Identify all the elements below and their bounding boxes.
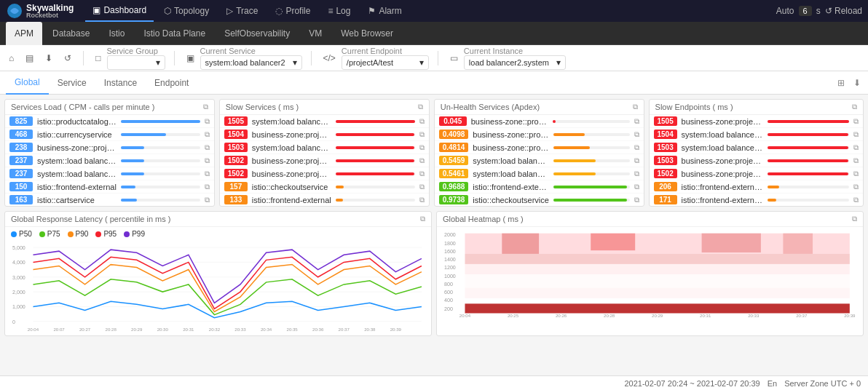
heatmap-area: 2000 1800 1600 1400 1200 1000 800 600 40…	[437, 227, 863, 322]
svg-text:20:33: 20:33	[234, 327, 246, 332]
unhealth-bar-5	[553, 186, 630, 188]
copy-icon-6[interactable]: ⧉	[205, 196, 210, 204]
slow-bar-3	[336, 159, 415, 162]
unhealth-copy-5[interactable]: ⧉	[634, 183, 639, 191]
reload-button[interactable]: ↺ Reload	[825, 6, 862, 16]
slow-services-row-2: 1503 system:load balancer2 ⧉	[220, 141, 429, 154]
slow-copy-4[interactable]: ⧉	[419, 170, 425, 178]
nav-trace[interactable]: ▷ Trace	[219, 0, 265, 22]
services-load-bar-4	[121, 172, 144, 175]
tab-endpoint[interactable]: Endpoint	[146, 71, 197, 95]
tab-instance[interactable]: Instance	[95, 71, 146, 95]
current-endpoint-select[interactable]: /projectA/test ▾	[342, 55, 429, 70]
ep-copy-1[interactable]: ⧉	[853, 130, 859, 139]
unhealth-copy-6[interactable]: ⧉	[634, 196, 639, 204]
unhealth-copy-2[interactable]: ⧉	[634, 143, 639, 152]
copy-icon-5[interactable]: ⧉	[205, 183, 210, 191]
download-config-icon[interactable]: ⬇	[852, 76, 862, 89]
lang-indicator[interactable]: En	[768, 379, 777, 388]
slow-endpoints-copy-icon[interactable]: ⧉	[852, 103, 857, 111]
svg-text:20:29: 20:29	[131, 327, 143, 332]
nav-log[interactable]: ≡ Log	[320, 0, 358, 22]
nav-vm[interactable]: VM	[300, 22, 331, 45]
ep-copy-0[interactable]: ⧉	[853, 117, 859, 126]
services-load-label-1: istio::currencyservice	[37, 130, 117, 139]
unhealth-bar-6	[553, 199, 630, 202]
unhealth-copy-1[interactable]: ⧉	[634, 130, 639, 139]
service-group-select[interactable]: ▾	[107, 55, 165, 70]
latency-chart-svg: 5,000 4,000 3,000 2,000 1,000 0	[11, 244, 425, 333]
slow-copy-2[interactable]: ⧉	[419, 143, 425, 152]
ep-copy-6[interactable]: ⧉	[853, 196, 859, 204]
slow-copy-3[interactable]: ⧉	[419, 156, 425, 165]
legend-label-p95: P95	[103, 230, 117, 238]
add-panel-icon[interactable]: ⊞	[836, 76, 846, 89]
trace-icon: ▷	[226, 6, 233, 16]
services-load-bar-6	[121, 199, 137, 202]
nav-apm[interactable]: APM	[6, 22, 42, 45]
nav-profile[interactable]: ◌ Profile	[268, 0, 317, 22]
ep-copy-5[interactable]: ⧉	[853, 183, 859, 191]
latency-copy-icon[interactable]: ⧉	[420, 215, 425, 223]
copy-icon-1[interactable]: ⧉	[205, 130, 210, 139]
tab-global[interactable]: Global	[6, 71, 49, 95]
unhealth-copy-3[interactable]: ⧉	[634, 156, 639, 165]
services-load-bar-container-4	[121, 172, 200, 175]
copy-icon-3[interactable]: ⧉	[205, 156, 210, 165]
slow-copy-6[interactable]: ⧉	[419, 196, 425, 204]
nav-database[interactable]: Database	[44, 22, 98, 45]
download-icon[interactable]: ⬇	[42, 50, 55, 66]
unhealth-copy-0[interactable]: ⧉	[634, 117, 639, 126]
copy-icon-2[interactable]: ⧉	[205, 143, 210, 152]
nav-topology[interactable]: ⬡ Topology	[157, 0, 216, 22]
refresh-icon[interactable]: ↺	[61, 50, 74, 66]
legend-p75: P75	[39, 230, 60, 238]
auto-value-badge[interactable]: 6	[799, 6, 812, 16]
seconds-label: s	[816, 6, 821, 16]
unhealth-label-2: business-zone::projectC	[473, 143, 549, 152]
toolbar-separator-2	[174, 51, 175, 65]
nav-self-observability[interactable]: SelfObservability	[216, 22, 299, 45]
svg-text:20:37: 20:37	[796, 314, 807, 318]
current-service-selector: ▣ Current Service system:load balancer2 …	[184, 47, 302, 70]
folder-icon[interactable]: ▤	[23, 50, 36, 66]
time-range: 2021-02-07 20:24 ~ 2021-02-07 20:39	[624, 379, 760, 388]
slow-copy-0[interactable]: ⧉	[419, 117, 425, 126]
unhealth-bar-3	[553, 159, 630, 162]
slow-ep-bar-2	[768, 146, 849, 149]
copy-icon-4[interactable]: ⧉	[205, 170, 210, 178]
services-load-badge-0: 825	[9, 116, 33, 126]
ep-copy-4[interactable]: ⧉	[853, 170, 859, 178]
ep-copy-2[interactable]: ⧉	[853, 143, 859, 152]
services-load-bar-container-1	[121, 133, 200, 136]
ep-copy-3[interactable]: ⧉	[853, 156, 859, 165]
services-load-row-3: 237 system::load balancer1 ⧉	[5, 154, 214, 167]
service-group-value	[112, 58, 153, 67]
slow-services-header: Slow Services ( ms ) ⧉	[220, 100, 429, 115]
services-load-bar-container-5	[121, 186, 200, 188]
nav-dashboard[interactable]: ▣ Dashboard	[85, 0, 154, 22]
slow-copy-5[interactable]: ⧉	[419, 183, 425, 191]
home-icon[interactable]: ⌂	[6, 50, 17, 66]
tab-service[interactable]: Service	[49, 71, 95, 95]
slow-services-copy-icon[interactable]: ⧉	[418, 103, 423, 111]
services-load-copy-icon[interactable]: ⧉	[203, 103, 208, 111]
slow-ep-label-2: system:load balancer2 - /projectA/test	[682, 143, 763, 152]
current-service-select[interactable]: system:load balancer2 ▾	[200, 55, 302, 70]
unhealth-copy-icon[interactable]: ⧉	[633, 103, 638, 111]
copy-icon-0[interactable]: ⧉	[205, 117, 210, 126]
nav-istio-data-plane[interactable]: Istio Data Plane	[135, 22, 214, 45]
unhealth-copy-4[interactable]: ⧉	[634, 170, 639, 178]
slow-services-badge-2: 1503	[224, 143, 248, 152]
nav-alarm[interactable]: ⚑ Alarm	[360, 0, 409, 22]
slow-endpoints-row-3: 1503 business-zone:projectA - /projectA/…	[650, 154, 863, 167]
nav-istio[interactable]: Istio	[100, 22, 133, 45]
slow-services-row-4: 1502 business-zone:projectB ⧉	[220, 167, 429, 180]
svg-text:20:32: 20:32	[209, 327, 221, 332]
nav-web-browser[interactable]: Web Browser	[332, 22, 402, 45]
unhealth-row-0: 0.045 business-zone::projectA ⧉	[435, 115, 644, 128]
slow-copy-1[interactable]: ⧉	[419, 130, 425, 139]
heatmap-copy-icon[interactable]: ⧉	[852, 215, 857, 223]
current-instance-select[interactable]: load balancer2.system ▾	[464, 55, 566, 70]
slow-ep-bar-6	[768, 199, 849, 202]
